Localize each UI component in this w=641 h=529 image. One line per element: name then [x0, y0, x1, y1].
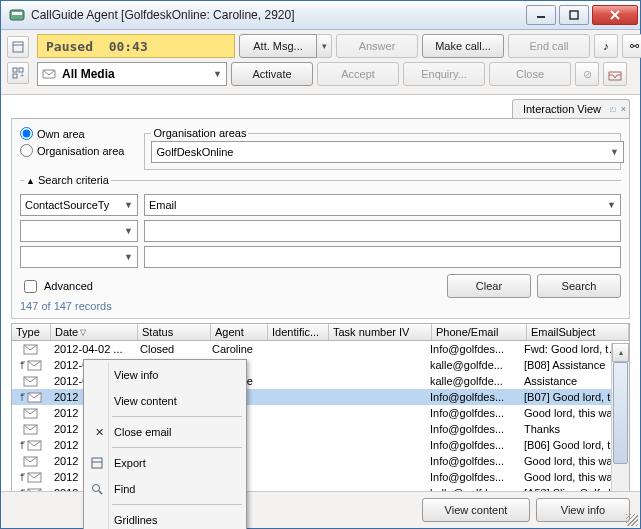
- row-type-icon: [12, 407, 50, 419]
- activate-button[interactable]: Activate: [231, 62, 313, 86]
- agent-status: Paused 00:43: [37, 34, 235, 58]
- menu-view-content[interactable]: View content: [86, 388, 244, 414]
- org-combo[interactable]: GolfDeskOnline▼: [151, 141, 624, 163]
- criteria-field-2[interactable]: ▼: [20, 220, 138, 242]
- att-msg-dropdown[interactable]: ▾: [317, 34, 332, 58]
- sort-desc-icon: ▽: [80, 328, 86, 337]
- cancel-icon[interactable]: ⊘: [575, 62, 599, 86]
- col-phone[interactable]: Phone/Email: [432, 324, 527, 340]
- org-areas-fieldset: Organisation areas GolfDeskOnline▼: [144, 127, 621, 170]
- menu-view-info[interactable]: View info: [86, 362, 244, 388]
- menu-find[interactable]: Find: [86, 476, 244, 502]
- criteria-value-1[interactable]: Email▼: [144, 194, 621, 216]
- inbox-icon[interactable]: [603, 62, 627, 86]
- export-icon: [91, 457, 107, 469]
- svg-rect-3: [570, 11, 578, 19]
- accept-button[interactable]: Accept: [317, 62, 399, 86]
- svg-rect-6: [13, 42, 23, 52]
- criteria-field-3[interactable]: ▼: [20, 246, 138, 268]
- answer-button[interactable]: Answer: [336, 34, 418, 58]
- org-area-radio[interactable]: Organisation area: [20, 144, 124, 157]
- media-icon: [42, 67, 56, 81]
- voicemail-icon[interactable]: ⚯: [622, 34, 641, 58]
- minimize-button[interactable]: [526, 5, 556, 25]
- grid-header[interactable]: Type Date▽ Status Agent Identific... Tas…: [12, 324, 629, 341]
- row-type-icon: [12, 391, 50, 403]
- att-msg-button[interactable]: Att. Msg...: [239, 34, 317, 58]
- app-icon: [9, 7, 25, 23]
- svg-rect-1: [12, 12, 22, 15]
- advanced-checkbox[interactable]: Advanced: [20, 277, 93, 296]
- menu-close-email[interactable]: ✕Close email: [86, 419, 244, 445]
- find-icon: [91, 483, 107, 495]
- tab-strip: Interaction View ⏍ ×: [11, 99, 630, 119]
- view-info-button[interactable]: View info: [536, 498, 630, 522]
- criteria-value-2[interactable]: [144, 220, 621, 242]
- clear-button[interactable]: Clear: [447, 274, 531, 298]
- col-agent[interactable]: Agent: [211, 324, 268, 340]
- svg-rect-24: [92, 458, 102, 468]
- svg-rect-10: [13, 74, 17, 78]
- svg-rect-8: [13, 68, 17, 72]
- maximize-button[interactable]: [559, 5, 589, 25]
- col-ident[interactable]: Identific...: [268, 324, 329, 340]
- search-button[interactable]: Search: [537, 274, 621, 298]
- col-date[interactable]: Date▽: [51, 324, 138, 340]
- tab-close-icon[interactable]: ×: [621, 104, 626, 114]
- row-type-icon: [12, 375, 50, 387]
- row-type-icon: [12, 471, 50, 483]
- row-type-icon: [12, 439, 50, 451]
- media-combo[interactable]: All Media▼: [37, 62, 227, 86]
- scroll-thumb[interactable]: [613, 362, 628, 464]
- table-row[interactable]: 2012-04-02 ...ClosedCarolineInfo@golfdes…: [12, 341, 629, 357]
- row-type-icon: [12, 455, 50, 467]
- col-task[interactable]: Task number IV: [329, 324, 432, 340]
- svg-text:+: +: [20, 72, 24, 79]
- music-icon[interactable]: ♪: [594, 34, 618, 58]
- close-window-button[interactable]: [592, 5, 638, 25]
- view-content-button[interactable]: View content: [422, 498, 530, 522]
- criteria-value-3[interactable]: [144, 246, 621, 268]
- row-type-icon: [12, 423, 50, 435]
- enquiry-button[interactable]: Enquiry...: [403, 62, 485, 86]
- titlebar[interactable]: CallGuide Agent [GolfdeskOnline: Carolin…: [1, 1, 640, 30]
- end-call-button[interactable]: End call: [508, 34, 590, 58]
- svg-line-27: [99, 491, 102, 494]
- layout-button-2[interactable]: +: [7, 62, 29, 84]
- record-count: 147 of 147 records: [20, 300, 621, 312]
- close-button[interactable]: Close: [489, 62, 571, 86]
- close-icon: ✕: [91, 426, 107, 439]
- resize-grip[interactable]: [626, 514, 638, 526]
- scroll-up-button[interactable]: ▴: [612, 343, 629, 362]
- row-type-icon: [12, 343, 50, 355]
- own-area-radio[interactable]: Own area: [20, 127, 124, 140]
- col-status[interactable]: Status: [138, 324, 211, 340]
- pin-icon[interactable]: ⏍: [610, 104, 615, 114]
- menu-gridlines[interactable]: Gridlines: [86, 507, 244, 529]
- col-type[interactable]: Type: [12, 324, 51, 340]
- svg-point-26: [93, 485, 100, 492]
- row-type-icon: [12, 359, 50, 371]
- make-call-button[interactable]: Make call...: [422, 34, 504, 58]
- context-menu: View info View content ✕Close email Expo…: [83, 359, 247, 529]
- search-criteria-legend: ▲ Search criteria: [24, 174, 111, 186]
- tab-interaction-view[interactable]: Interaction View ⏍ ×: [512, 99, 630, 118]
- col-subject[interactable]: EmailSubject: [527, 324, 629, 340]
- org-areas-legend: Organisation areas: [151, 127, 248, 139]
- layout-button-1[interactable]: [7, 36, 29, 58]
- menu-export[interactable]: Export: [86, 450, 244, 476]
- window-title: CallGuide Agent [GolfdeskOnline: Carolin…: [31, 8, 523, 22]
- criteria-field-1[interactable]: ContactSourceTy▼: [20, 194, 138, 216]
